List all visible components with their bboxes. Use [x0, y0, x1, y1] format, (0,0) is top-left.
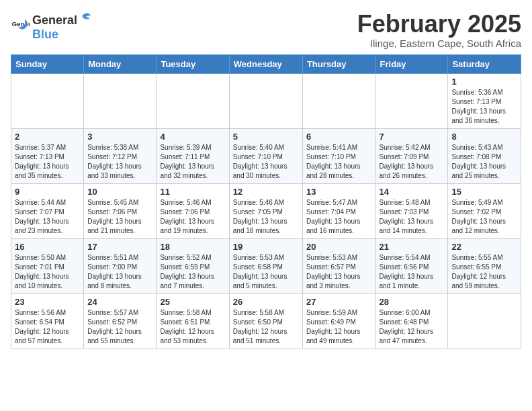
day-number: 26 [233, 297, 299, 307]
day-info: Sunrise: 5:58 AM Sunset: 6:50 PM Dayligh… [233, 308, 299, 346]
calendar-cell: 9Sunrise: 5:44 AM Sunset: 7:07 PM Daylig… [11, 183, 84, 238]
calendar-cell [448, 293, 521, 349]
logo-icon: General [11, 17, 30, 36]
day-number: 10 [87, 187, 152, 197]
day-info: Sunrise: 5:43 AM Sunset: 7:08 PM Dayligh… [451, 143, 517, 181]
calendar-cell: 8Sunrise: 5:43 AM Sunset: 7:08 PM Daylig… [448, 128, 521, 183]
week-row-3: 9Sunrise: 5:44 AM Sunset: 7:07 PM Daylig… [11, 183, 521, 238]
calendar-cell: 21Sunrise: 5:54 AM Sunset: 6:56 PM Dayli… [375, 238, 448, 293]
calendar-cell: 19Sunrise: 5:53 AM Sunset: 6:58 PM Dayli… [229, 238, 302, 293]
weekday-header-thursday: Thursday [302, 54, 375, 73]
day-number: 22 [451, 242, 517, 252]
day-info: Sunrise: 5:57 AM Sunset: 6:52 PM Dayligh… [87, 308, 152, 346]
day-number: 24 [87, 297, 152, 307]
day-number: 14 [380, 187, 445, 197]
calendar-cell [84, 73, 157, 128]
main-title: February 2025 [357, 11, 521, 38]
day-number: 15 [451, 187, 517, 197]
calendar-cell: 6Sunrise: 5:41 AM Sunset: 7:10 PM Daylig… [302, 128, 375, 183]
weekday-header-monday: Monday [84, 54, 157, 73]
day-info: Sunrise: 5:52 AM Sunset: 6:59 PM Dayligh… [160, 253, 225, 291]
day-number: 11 [160, 187, 225, 197]
weekday-header-friday: Friday [375, 54, 448, 73]
day-number: 8 [451, 132, 517, 142]
day-number: 19 [233, 242, 299, 252]
calendar-cell [229, 73, 302, 128]
day-info: Sunrise: 5:46 AM Sunset: 7:06 PM Dayligh… [160, 198, 225, 236]
logo: General General Blue [11, 11, 93, 42]
day-number: 23 [15, 297, 80, 307]
day-info: Sunrise: 5:44 AM Sunset: 7:07 PM Dayligh… [15, 198, 80, 236]
title-area: February 2025 Ilinge, Eastern Cape, Sout… [357, 11, 521, 49]
day-number: 17 [87, 242, 152, 252]
calendar-cell: 14Sunrise: 5:48 AM Sunset: 7:03 PM Dayli… [375, 183, 448, 238]
day-info: Sunrise: 5:50 AM Sunset: 7:01 PM Dayligh… [15, 253, 80, 291]
calendar-cell: 27Sunrise: 5:59 AM Sunset: 6:49 PM Dayli… [302, 293, 375, 349]
weekday-header-sunday: Sunday [11, 54, 84, 73]
day-number: 4 [160, 132, 225, 142]
day-number: 3 [87, 132, 152, 142]
day-number: 27 [306, 297, 372, 307]
logo-bird-icon [79, 11, 92, 24]
day-number: 9 [15, 187, 80, 197]
day-info: Sunrise: 5:56 AM Sunset: 6:54 PM Dayligh… [15, 308, 80, 346]
calendar-cell: 4Sunrise: 5:39 AM Sunset: 7:11 PM Daylig… [157, 128, 229, 183]
week-row-2: 2Sunrise: 5:37 AM Sunset: 7:13 PM Daylig… [11, 128, 521, 183]
day-info: Sunrise: 5:53 AM Sunset: 6:58 PM Dayligh… [233, 253, 299, 291]
logo-blue: Blue [32, 28, 93, 42]
day-number: 25 [160, 297, 225, 307]
day-number: 13 [306, 187, 372, 197]
day-number: 18 [160, 242, 225, 252]
day-info: Sunrise: 5:46 AM Sunset: 7:05 PM Dayligh… [233, 198, 299, 236]
day-info: Sunrise: 5:41 AM Sunset: 7:10 PM Dayligh… [306, 143, 372, 181]
weekday-header-saturday: Saturday [448, 54, 521, 73]
day-number: 21 [380, 242, 445, 252]
day-info: Sunrise: 5:59 AM Sunset: 6:49 PM Dayligh… [306, 308, 372, 346]
calendar-cell: 16Sunrise: 5:50 AM Sunset: 7:01 PM Dayli… [11, 238, 84, 293]
calendar-cell: 5Sunrise: 5:40 AM Sunset: 7:10 PM Daylig… [229, 128, 302, 183]
day-info: Sunrise: 5:36 AM Sunset: 7:13 PM Dayligh… [451, 88, 517, 126]
calendar-cell: 11Sunrise: 5:46 AM Sunset: 7:06 PM Dayli… [157, 183, 229, 238]
day-number: 5 [233, 132, 299, 142]
week-row-4: 16Sunrise: 5:50 AM Sunset: 7:01 PM Dayli… [11, 238, 521, 293]
day-info: Sunrise: 5:39 AM Sunset: 7:11 PM Dayligh… [160, 143, 225, 181]
day-info: Sunrise: 5:45 AM Sunset: 7:06 PM Dayligh… [87, 198, 152, 236]
calendar-cell: 25Sunrise: 5:58 AM Sunset: 6:51 PM Dayli… [157, 293, 229, 349]
day-number: 28 [380, 297, 445, 307]
calendar-cell: 24Sunrise: 5:57 AM Sunset: 6:52 PM Dayli… [84, 293, 157, 349]
day-number: 6 [306, 132, 372, 142]
logo-general: General [32, 13, 77, 28]
calendar-cell: 23Sunrise: 5:56 AM Sunset: 6:54 PM Dayli… [11, 293, 84, 349]
day-info: Sunrise: 5:51 AM Sunset: 7:00 PM Dayligh… [87, 253, 152, 291]
day-info: Sunrise: 5:54 AM Sunset: 6:56 PM Dayligh… [380, 253, 445, 291]
day-info: Sunrise: 5:47 AM Sunset: 7:04 PM Dayligh… [306, 198, 372, 236]
day-number: 20 [306, 242, 372, 252]
calendar-cell: 7Sunrise: 5:42 AM Sunset: 7:09 PM Daylig… [375, 128, 448, 183]
calendar-cell: 13Sunrise: 5:47 AM Sunset: 7:04 PM Dayli… [302, 183, 375, 238]
calendar-cell: 10Sunrise: 5:45 AM Sunset: 7:06 PM Dayli… [84, 183, 157, 238]
calendar-cell [375, 73, 448, 128]
calendar-cell [302, 73, 375, 128]
day-info: Sunrise: 5:48 AM Sunset: 7:03 PM Dayligh… [380, 198, 445, 236]
day-info: Sunrise: 5:53 AM Sunset: 6:57 PM Dayligh… [306, 253, 372, 291]
day-info: Sunrise: 5:49 AM Sunset: 7:02 PM Dayligh… [451, 198, 517, 236]
week-row-1: 1Sunrise: 5:36 AM Sunset: 7:13 PM Daylig… [11, 73, 521, 128]
weekday-header-tuesday: Tuesday [157, 54, 229, 73]
calendar-cell: 17Sunrise: 5:51 AM Sunset: 7:00 PM Dayli… [84, 238, 157, 293]
calendar-cell: 20Sunrise: 5:53 AM Sunset: 6:57 PM Dayli… [302, 238, 375, 293]
day-info: Sunrise: 5:55 AM Sunset: 6:55 PM Dayligh… [451, 253, 517, 291]
week-row-5: 23Sunrise: 5:56 AM Sunset: 6:54 PM Dayli… [11, 293, 521, 349]
day-number: 1 [451, 77, 517, 87]
calendar: SundayMondayTuesdayWednesdayThursdayFrid… [11, 54, 521, 349]
day-info: Sunrise: 6:00 AM Sunset: 6:48 PM Dayligh… [380, 308, 445, 346]
weekday-header-wednesday: Wednesday [229, 54, 302, 73]
subtitle: Ilinge, Eastern Cape, South Africa [357, 38, 521, 49]
calendar-cell: 2Sunrise: 5:37 AM Sunset: 7:13 PM Daylig… [11, 128, 84, 183]
day-info: Sunrise: 5:38 AM Sunset: 7:12 PM Dayligh… [87, 143, 152, 181]
day-info: Sunrise: 5:40 AM Sunset: 7:10 PM Dayligh… [233, 143, 299, 181]
header: General General Blue February 2025 Iling… [11, 11, 521, 49]
calendar-cell: 12Sunrise: 5:46 AM Sunset: 7:05 PM Dayli… [229, 183, 302, 238]
calendar-cell [11, 73, 84, 128]
calendar-cell: 3Sunrise: 5:38 AM Sunset: 7:12 PM Daylig… [84, 128, 157, 183]
day-info: Sunrise: 5:42 AM Sunset: 7:09 PM Dayligh… [380, 143, 445, 181]
